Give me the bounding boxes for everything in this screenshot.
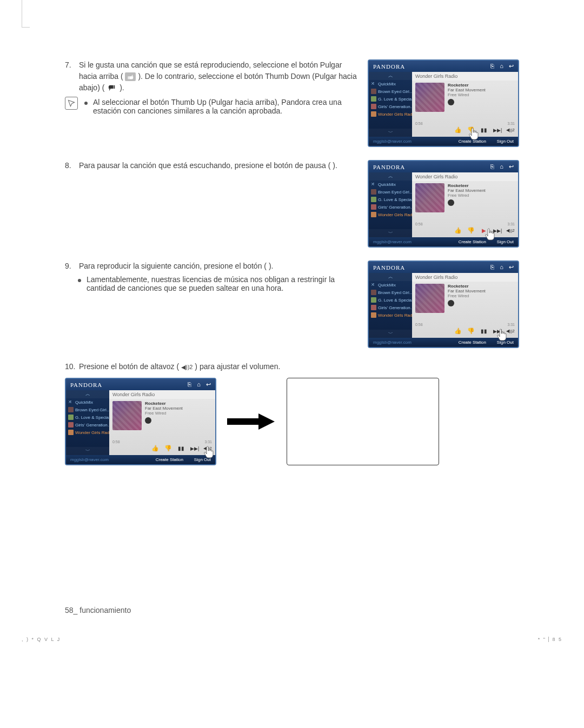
blank-result-box — [287, 378, 439, 465]
sidebar-item-selected: Wonder Girls Radio — [369, 110, 412, 118]
step-7-number: 7. — [65, 59, 77, 71]
pandora-screenshot-8: PANDORA ⎘ ⌂ ↩ ︿ ⤨QuickMix Brown Eyed Gir… — [368, 160, 519, 248]
page-footer: 58_ funcionamiento — [65, 606, 519, 615]
bullet-icon — [78, 279, 81, 282]
sidebar-item: Girls' Generation… — [369, 103, 412, 110]
pause-button: ▮▮ — [480, 127, 488, 133]
note-icon — [65, 97, 78, 110]
sidebar-item: Brown Eyed Girl… — [369, 88, 412, 95]
track-artist: Far East Movement — [448, 88, 515, 92]
speaker-icon: ◀))2 — [181, 364, 193, 370]
footer-email: mgglsb@naver.com — [373, 139, 412, 144]
pandora-screenshot-9: PANDORA ⎘ ⌂ ↩ ︿ ⤨QuickMix Brown Eyed Gir… — [368, 261, 519, 348]
bullet-icon — [84, 102, 88, 105]
new-station-icon: ⎘ — [490, 63, 494, 70]
shuffle-icon: ⤨ — [371, 81, 376, 86]
time-elapsed: 0:58 — [415, 122, 423, 125]
track-album: Free Wired — [448, 92, 515, 97]
pandora-screenshot-7: PANDORA ⎘ ⌂ ↩ ︿ ⤨ QuickMix — [368, 59, 519, 147]
back-icon: ↩ — [509, 63, 514, 70]
step-7-text: Si le gusta una canción que se está repr… — [79, 59, 357, 93]
track-title: Rocketeer — [448, 83, 515, 88]
thumb-down-button: 👎 — [467, 126, 475, 133]
next-button: ▶▶| — [493, 128, 501, 133]
print-marks: , ) * Q V L J * " 8 5 — [0, 637, 584, 642]
play-button: ▶ — [480, 228, 488, 233]
pandora-logo: PANDORA — [373, 63, 405, 70]
thumb-up-button: 👍 — [454, 126, 462, 133]
step-10-number: 10. — [65, 361, 77, 372]
pandora-screenshot-10: PANDORA ⎘ ⌂ ↩ ︿ ⤨QuickMix Brown Eyed — [65, 378, 216, 465]
step-7-note: Al seleccionar el botón Thumb Up (Pulgar… — [93, 98, 357, 115]
create-station-link: Create Station — [459, 139, 486, 144]
arrow-right-icon — [227, 413, 276, 430]
station-title: Wonder Girls Radio — [412, 72, 518, 81]
thumb-down-icon — [107, 84, 117, 92]
sidebar-item: G. Love & Specia… — [369, 95, 412, 103]
sidebar-quickmix: ⤨ QuickMix — [369, 80, 412, 88]
step-10-text: Presione el botón de altavoz ( ◀))2 ) pa… — [79, 361, 519, 372]
scroll-down-icon: ﹀ — [369, 129, 412, 137]
magnify-icon — [448, 99, 454, 105]
step-9-number: 9. — [65, 261, 77, 272]
speaker-button: ◀))2 — [506, 128, 514, 132]
step-8-text: Para pausar la canción que está escuchan… — [79, 160, 357, 171]
thumb-up-icon — [125, 72, 136, 81]
step-8-number: 8. — [65, 160, 77, 171]
signout-link: Sign Out — [497, 139, 514, 144]
step-9-text: Para reproducir la siguiente canción, pr… — [79, 261, 357, 272]
step-9-note: Lamentablemente, nuestras licencias de m… — [87, 275, 357, 292]
scroll-up-icon: ︿ — [369, 72, 412, 80]
time-total: 3:31 — [507, 122, 515, 125]
album-art — [415, 83, 444, 112]
home-icon: ⌂ — [500, 63, 503, 70]
